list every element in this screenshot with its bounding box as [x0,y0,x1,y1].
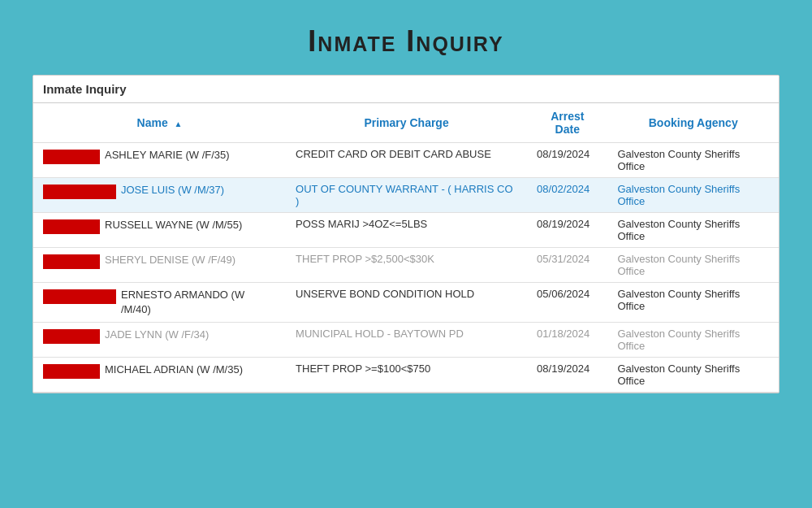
redacted-name [43,254,100,269]
name-cell: JOSE LUIS (W /M/37) [33,178,286,213]
page-title: Inmate Inquiry [0,0,812,75]
agency-cell: Galveston County Sheriffs Office [607,358,779,393]
redacted-name [43,219,100,234]
agency-cell: Galveston County Sheriffs Office [607,283,779,323]
charge-cell: UNSERVE BOND CONDITION HOLD [286,283,527,323]
redacted-name [43,185,116,199]
name-cell: MICHAEL ADRIAN (W /M/35) [33,358,286,393]
name-text: SHERYL DENISE (W /F/49) [105,253,235,267]
table-row[interactable]: RUSSELL WAYNE (W /M/55)POSS MARIJ >4OZ<=… [33,213,779,248]
table-row[interactable]: SHERYL DENISE (W /F/49)THEFT PROP >$2,50… [33,248,779,283]
col-header-arrest-date: Arrest Date [527,103,607,143]
agency-cell: Galveston County Sheriffs Office [607,248,779,283]
agency-cell: Galveston County Sheriffs Office [607,213,779,248]
table-header-row: Name ▲ Primary Charge Arrest Date Bookin… [33,103,779,143]
col-header-name[interactable]: Name ▲ [33,103,286,143]
inmate-inquiry-table: Inmate Inquiry Name ▲ Primary Charge Arr… [32,75,780,393]
table-row[interactable]: JADE LYNN (W /F/34)MUNICIPAL HOLD - BAYT… [33,323,779,358]
agency-cell: Galveston County Sheriffs Office [607,323,779,358]
arrest-date-cell: 01/18/2024 [527,323,607,358]
charge-cell: POSS MARIJ >4OZ<=5LBS [286,213,527,248]
redacted-name [43,364,100,379]
name-text: RUSSELL WAYNE (W /M/55) [105,218,242,232]
name-text: ERNESTO ARMANDO (W /M/40) [121,288,276,317]
col-header-charge: Primary Charge [286,103,527,143]
charge-cell: CREDIT CARD OR DEBIT CARD ABUSE [286,143,527,178]
arrest-date-cell: 08/19/2024 [527,358,607,393]
table-row[interactable]: MICHAEL ADRIAN (W /M/35)THEFT PROP >=$10… [33,358,779,393]
name-text: ASHLEY MARIE (W /F/35) [105,148,230,163]
sort-icon: ▲ [175,119,183,128]
arrest-date-cell: 05/06/2024 [527,283,607,323]
name-cell: RUSSELL WAYNE (W /M/55) [33,213,286,248]
agency-cell: Galveston County Sheriffs Office [607,143,779,178]
name-text: JADE LYNN (W /F/34) [105,328,209,342]
name-text: JOSE LUIS (W /M/37) [121,183,224,198]
name-text: MICHAEL ADRIAN (W /M/35) [105,363,243,377]
charge-cell: MUNICIPAL HOLD - BAYTOWN PD [286,323,527,358]
redacted-name [43,150,100,164]
charge-cell: THEFT PROP >=$100<$750 [286,358,527,393]
arrest-date-cell: 08/19/2024 [527,143,607,178]
arrest-date-cell: 08/02/2024 [527,178,607,213]
name-cell: SHERYL DENISE (W /F/49) [33,248,286,283]
table-row[interactable]: JOSE LUIS (W /M/37)OUT OF COUNTY WARRANT… [33,178,779,213]
arrest-date-cell: 08/19/2024 [527,213,607,248]
name-cell: JADE LYNN (W /F/34) [33,323,286,358]
charge-cell: OUT OF COUNTY WARRANT - ( HARRIS CO ) [286,178,527,213]
arrest-date-cell: 05/31/2024 [527,248,607,283]
redacted-name [43,289,116,304]
table-row[interactable]: ASHLEY MARIE (W /F/35)CREDIT CARD OR DEB… [33,143,779,178]
table-row[interactable]: ERNESTO ARMANDO (W /M/40)UNSERVE BOND CO… [33,283,779,323]
name-cell: ASHLEY MARIE (W /F/35) [33,143,286,178]
agency-cell: Galveston County Sheriffs Office [607,178,779,213]
table-section-header: Inmate Inquiry [33,76,779,103]
name-cell: ERNESTO ARMANDO (W /M/40) [33,283,286,323]
charge-cell: THEFT PROP >$2,500<$30K [286,248,527,283]
col-header-booking-agency: Booking Agency [607,103,779,143]
redacted-name [43,329,100,344]
